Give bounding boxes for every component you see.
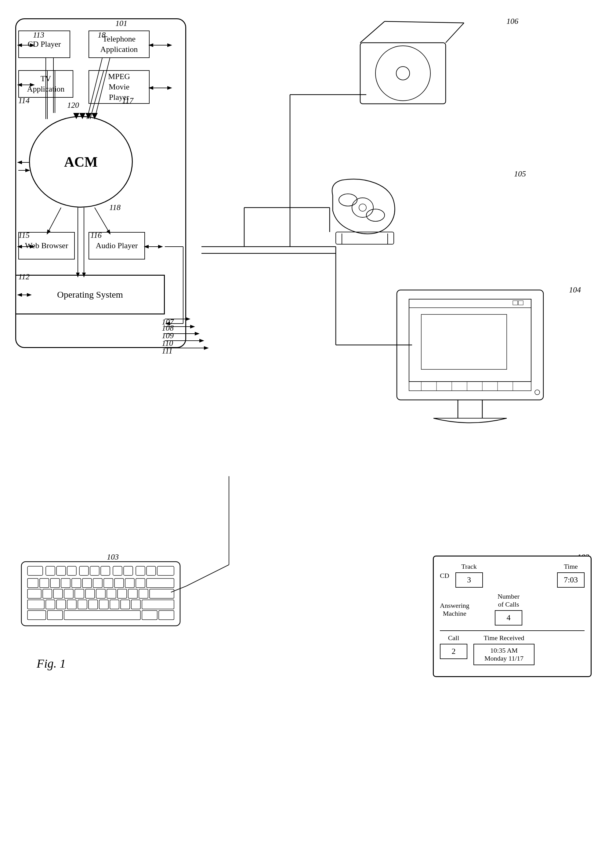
svg-rect-73 [28,566,43,576]
svg-rect-110 [46,600,55,609]
svg-rect-119 [142,600,174,609]
ref-103: 103 [107,552,119,562]
ui-panel-row-3: Call 2 Time Received 10:35 AM Monday 11/… [440,634,585,665]
svg-rect-79 [101,566,110,576]
svg-rect-105 [117,589,127,598]
svg-rect-78 [90,566,99,576]
svg-rect-108 [150,589,174,598]
time-received-value: 10:35 AM Monday 11/17 [484,646,524,662]
ref-116: 116 [90,231,102,240]
time-value-box: 7:03 [557,572,585,588]
svg-rect-82 [136,566,145,576]
svg-point-50 [359,204,366,211]
svg-point-68 [535,390,540,395]
telephone-app-label: Telephone Application [100,34,138,55]
svg-rect-60 [409,382,531,391]
web-browser-label: Web Browser [25,240,68,251]
time-label: Time [564,563,578,570]
svg-rect-58 [513,301,518,305]
svg-rect-87 [50,579,60,588]
answering-machine-label: Answering Machine [440,602,469,618]
ref-106: 106 [506,17,518,26]
svg-rect-83 [147,566,156,576]
acm-label: ACM [64,154,98,170]
ref-114: 114 [18,96,29,105]
svg-rect-106 [128,589,137,598]
time-received-value-box: 10:35 AM Monday 11/17 [474,644,534,665]
ui-panel: CD Track 3 Time 7:03 Answering Machine [433,555,592,677]
mpeg-player-box: MPEG Movie Player [88,70,150,104]
ui-panel-row-2: Answering Machine Number of Calls 4 [440,592,585,626]
tv-app-box: TV Application [18,70,73,98]
svg-point-47 [339,194,357,206]
time-field: Time 7:03 [557,563,585,588]
svg-rect-113 [78,600,87,609]
svg-rect-91 [93,579,102,588]
svg-rect-122 [64,611,141,620]
tv-app-label: TV Application [27,73,65,94]
time-received-label: Time Received [484,634,524,642]
track-value: 3 [467,576,471,585]
answering-machine-field: Answering Machine [440,592,489,619]
svg-point-42 [375,46,430,101]
svg-rect-116 [110,600,119,609]
svg-rect-98 [43,589,52,598]
svg-rect-123 [142,611,157,620]
time-received-field: Time Received 10:35 AM Monday 11/17 [474,634,534,665]
svg-point-48 [366,209,384,221]
figure-label: Fig. 1 [37,656,66,671]
svg-rect-114 [88,600,98,609]
svg-rect-101 [75,589,84,598]
call-field: Call 2 [440,634,467,659]
svg-rect-111 [56,600,66,609]
ref-112: 112 [18,272,29,281]
svg-rect-77 [79,566,88,576]
svg-rect-100 [64,589,73,598]
cd-field: CD [440,563,449,582]
svg-rect-94 [125,579,134,588]
svg-rect-84 [157,566,174,576]
svg-rect-51 [336,232,394,244]
ref-117: 117 [122,96,133,105]
svg-rect-74 [46,566,55,576]
svg-rect-41 [360,43,446,104]
time-value: 7:03 [564,576,578,585]
svg-rect-103 [96,589,105,598]
svg-rect-76 [67,566,76,576]
svg-rect-96 [147,579,174,588]
call-value: 2 [452,647,456,656]
ref-105: 105 [514,169,526,179]
svg-rect-109 [28,600,44,609]
svg-rect-56 [409,299,531,308]
svg-rect-88 [61,579,70,588]
number-of-calls-value: 4 [507,613,511,623]
svg-rect-55 [409,299,531,382]
audio-player-label: Audio Player [96,240,138,251]
ui-panel-row-1: CD Track 3 Time 7:03 [440,563,585,588]
svg-rect-112 [67,600,76,609]
svg-rect-124 [159,611,174,620]
number-of-calls-label: Number of Calls [497,592,519,608]
svg-rect-80 [113,566,122,576]
cd-player-label: CD Player [28,39,61,50]
svg-rect-90 [82,579,92,588]
svg-rect-97 [28,589,41,598]
svg-point-49 [352,198,373,217]
ref-104: 104 [569,286,581,294]
svg-rect-54 [397,290,543,400]
svg-rect-104 [107,589,116,598]
svg-line-45 [446,23,464,43]
svg-rect-117 [120,600,130,609]
call-label: Call [448,634,459,642]
number-of-calls-value-box: 4 [495,610,522,626]
svg-rect-92 [104,579,113,588]
svg-rect-89 [72,579,81,588]
ref-18: 18 [98,31,106,40]
svg-rect-118 [131,600,141,609]
ref-113: 113 [33,31,44,40]
svg-rect-121 [47,611,63,620]
svg-rect-99 [53,589,63,598]
cd-label: CD [440,572,449,580]
svg-rect-57 [421,314,507,369]
svg-rect-86 [40,579,49,588]
